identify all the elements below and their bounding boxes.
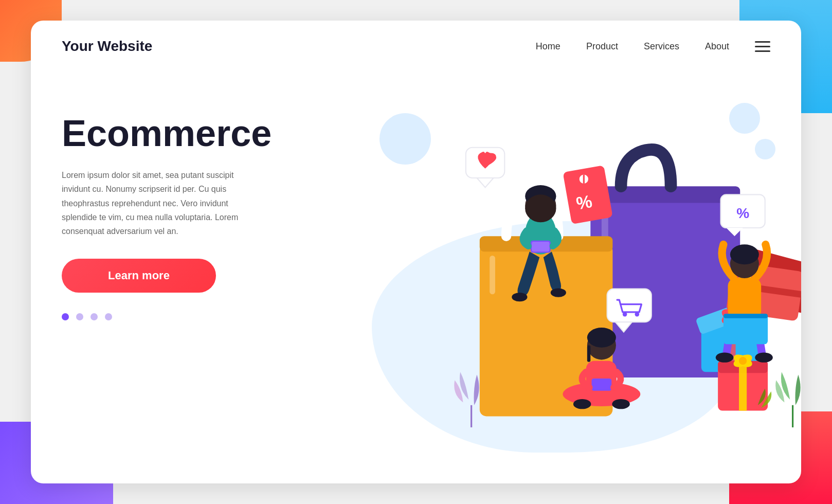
svg-point-14 [512, 293, 528, 301]
svg-point-13 [525, 194, 556, 222]
hero-right: % [302, 72, 801, 483]
dot-3[interactable] [91, 313, 98, 320]
svg-point-23 [587, 328, 616, 348]
nav-links: Home Product Services About [536, 41, 729, 52]
svg-point-15 [551, 288, 566, 297]
svg-rect-9 [490, 256, 495, 294]
hero-title: Ecommerce [62, 113, 272, 154]
svg-rect-24 [587, 345, 590, 362]
hero-description: Lorem ipsum dolor sit amet, sea putant s… [62, 168, 257, 238]
plant-right [775, 372, 800, 427]
svg-point-27 [612, 399, 630, 409]
svg-point-53 [716, 352, 733, 362]
dot-1[interactable] [62, 313, 69, 320]
hero-left: Ecommerce Lorem ipsum dolor sit amet, se… [31, 72, 302, 483]
nav-link-home[interactable]: Home [536, 41, 560, 52]
dot-2[interactable] [76, 313, 83, 320]
svg-marker-19 [477, 178, 494, 187]
logo: Your Website [62, 38, 536, 55]
price-tag: % [563, 165, 613, 224]
svg-point-30 [623, 312, 627, 317]
svg-rect-55 [724, 314, 768, 344]
svg-point-31 [635, 312, 640, 317]
svg-rect-17 [532, 242, 549, 251]
hamburger-line-2 [755, 46, 770, 47]
nav-link-about[interactable]: About [705, 41, 729, 52]
main-card: Your Website Home Product Services About… [31, 21, 801, 483]
svg-point-42 [739, 357, 747, 365]
navbar: Your Website Home Product Services About [31, 21, 801, 72]
svg-text:%: % [736, 205, 749, 221]
hero-section: Ecommerce Lorem ipsum dolor sit amet, se… [31, 72, 801, 483]
hamburger-line-3 [755, 50, 770, 52]
svg-rect-56 [724, 314, 768, 318]
hamburger-menu[interactable] [755, 41, 770, 52]
svg-rect-28 [607, 289, 652, 322]
svg-text:%: % [575, 191, 594, 213]
carousel-dots [62, 313, 272, 320]
dot-4[interactable] [105, 313, 112, 320]
nav-link-services[interactable]: Services [644, 41, 679, 52]
nav-link-product[interactable]: Product [586, 41, 618, 52]
learn-more-button[interactable]: Learn more [62, 259, 216, 293]
hero-illustration: % [302, 72, 801, 483]
svg-point-54 [755, 352, 773, 362]
svg-rect-39 [739, 361, 747, 411]
svg-rect-50 [728, 278, 762, 319]
heart-bubble [466, 148, 504, 188]
svg-point-26 [573, 399, 591, 409]
svg-rect-25 [592, 379, 612, 391]
plant-left [454, 372, 479, 427]
svg-point-52 [730, 244, 759, 264]
hamburger-line-1 [755, 41, 770, 43]
